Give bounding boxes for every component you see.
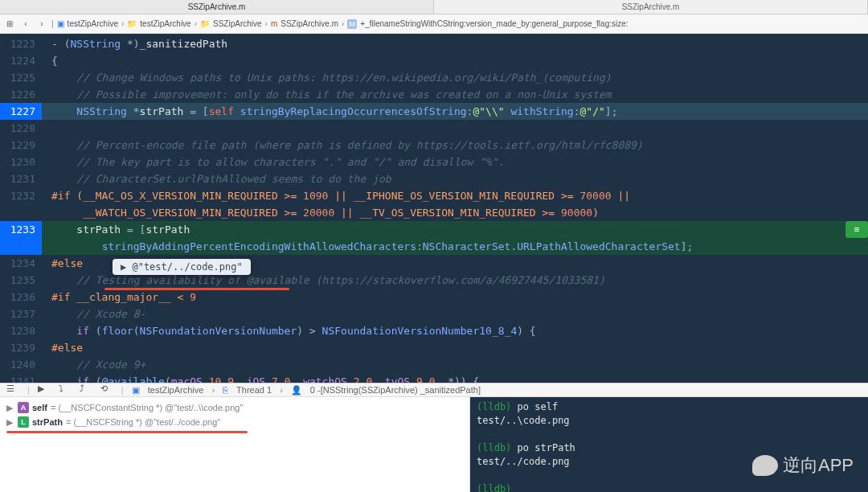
- code-line[interactable]: // Percent-encode file path (where path …: [42, 137, 868, 154]
- code-line[interactable]: // Change Windows paths to Unix paths: h…: [42, 69, 868, 86]
- annotation-underline: [6, 431, 248, 433]
- var-name: self: [32, 400, 47, 415]
- bc-item[interactable]: testZipArchive: [140, 19, 190, 28]
- nav-prev-icon[interactable]: ‹: [19, 18, 32, 31]
- code-line[interactable]: // Xcode 8-: [42, 305, 868, 322]
- grid-icon[interactable]: ⊞: [3, 18, 16, 31]
- file-icon: m: [271, 19, 277, 28]
- code-line[interactable]: // Possible improvement: only do this if…: [42, 86, 868, 103]
- code-line[interactable]: - (NSString *)_sanitizedPath: [42, 35, 868, 52]
- chevron-icon: ›: [265, 19, 268, 28]
- variable-row[interactable]: ▶Aself = (__NSCFConstantString *) @"test…: [6, 400, 463, 415]
- console-line: [477, 428, 862, 441]
- tab-right[interactable]: SSZipArchive.m: [434, 0, 868, 14]
- lldb-console[interactable]: (lldb) po selftest/..\code.png(lldb) po …: [469, 397, 868, 492]
- continue-icon[interactable]: ▶: [38, 383, 51, 396]
- method-icon: M: [347, 19, 357, 29]
- var-badge: A: [18, 402, 29, 413]
- code-line[interactable]: {: [42, 52, 868, 69]
- code-line[interactable]: // CharacterSet.urlPathAllowed seems to …: [42, 170, 868, 187]
- chevron-icon: ›: [121, 19, 124, 28]
- var-badge: L: [18, 416, 29, 428]
- nav-next-icon[interactable]: ›: [35, 18, 48, 31]
- code-line[interactable]: #else: [42, 339, 868, 356]
- jump-bar: ⊞ ‹ › | ▣ testZipArchive › 📁 testZipArch…: [0, 14, 868, 34]
- toggle-icon[interactable]: ☰: [6, 383, 19, 396]
- divider: |: [51, 19, 54, 28]
- step-in-icon[interactable]: ⤴: [80, 383, 92, 396]
- console-line: test/..\code.png: [477, 414, 862, 428]
- console-line: (lldb) po self: [477, 400, 862, 414]
- value-tooltip: ▶ @"test/../code.png": [113, 259, 251, 275]
- code-line[interactable]: // Xcode 9+: [42, 356, 868, 373]
- step-over-icon[interactable]: ⤵: [59, 383, 72, 396]
- var-name: strPath: [32, 415, 63, 429]
- step-out-icon[interactable]: ⟲: [100, 383, 113, 396]
- chevron-icon: ›: [342, 19, 344, 28]
- tab-bar: SSZipArchive.m SSZipArchive.m: [0, 0, 868, 14]
- code-line[interactable]: __WATCH_OS_VERSION_MIN_REQUIRED >= 20000…: [42, 204, 868, 221]
- bc-method[interactable]: +_filenameStringWithCString:version_made…: [360, 19, 628, 28]
- var-detail: = (__NSCFString *) @"test/../code.png": [66, 415, 220, 429]
- variable-row[interactable]: ▶LstrPath = (__NSCFString *) @"test/../c…: [6, 415, 463, 429]
- thread-icon: ⎘: [223, 385, 228, 395]
- debug-toolbar: ☰ | ▶ ⤵ ⤴ ⟲ | ▣ testZipArchive › ⎘ Threa…: [0, 383, 868, 397]
- frame-icon: 👤: [291, 385, 302, 396]
- folder-icon: 📁: [200, 19, 210, 28]
- code-line[interactable]: if (@available(macOS 10.9, iOS 7.0, watc…: [42, 373, 868, 383]
- console-line: (lldb) po strPath: [477, 441, 862, 455]
- code-line[interactable]: [42, 120, 868, 137]
- code-line[interactable]: // The key part is to allow characters "…: [42, 154, 868, 170]
- code-editor[interactable]: 1223122412251226122712281229123012311232…: [0, 34, 868, 383]
- tab-left[interactable]: SSZipArchive.m: [0, 0, 434, 14]
- console-line: (lldb): [477, 482, 862, 492]
- code-line[interactable]: #if __clang_major__ < 9: [42, 289, 868, 305]
- chevron-icon: ›: [194, 19, 197, 28]
- code-area[interactable]: - (NSString *)_sanitizedPath{ // Change …: [42, 34, 868, 383]
- code-line[interactable]: strPath = [strPath: [42, 221, 868, 238]
- dbg-bc-item[interactable]: Thread 1: [236, 385, 272, 395]
- variables-pane[interactable]: ▶Aself = (__NSCFConstantString *) @"test…: [0, 397, 469, 492]
- dbg-bc-item[interactable]: testZipArchive: [148, 385, 204, 395]
- folder-icon: 📁: [127, 19, 137, 28]
- var-detail: = (__NSCFConstantString *) @"test/..\\co…: [51, 400, 243, 415]
- console-line: [477, 469, 862, 482]
- code-line[interactable]: #if (__MAC_OS_X_VERSION_MIN_REQUIRED >= …: [42, 187, 868, 204]
- project-icon: ▣: [57, 19, 64, 28]
- code-line[interactable]: stringByAddingPercentEncodingWithAllowed…: [42, 238, 868, 255]
- dbg-bc-item[interactable]: 0 -[NSString(SSZipArchive) _sanitizedPat…: [310, 385, 481, 395]
- process-icon: ▣: [132, 385, 140, 396]
- bc-item[interactable]: SSZipArchive: [213, 19, 262, 28]
- code-line[interactable]: if (floor(NSFoundationVersionNumber) > N…: [42, 322, 868, 339]
- debug-area: ☰ | ▶ ⤵ ⤴ ⟲ | ▣ testZipArchive › ⎘ Threa…: [0, 383, 868, 492]
- bc-item[interactable]: testZipArchive: [68, 19, 118, 28]
- console-line: test/../code.png: [477, 455, 862, 469]
- code-line[interactable]: NSString *strPath = [self stringByReplac…: [42, 103, 868, 120]
- execution-marker: ≡: [845, 221, 868, 238]
- line-gutter: 1223122412251226122712281229123012311232…: [0, 34, 42, 383]
- bc-item[interactable]: SSZipArchive.m: [280, 19, 338, 28]
